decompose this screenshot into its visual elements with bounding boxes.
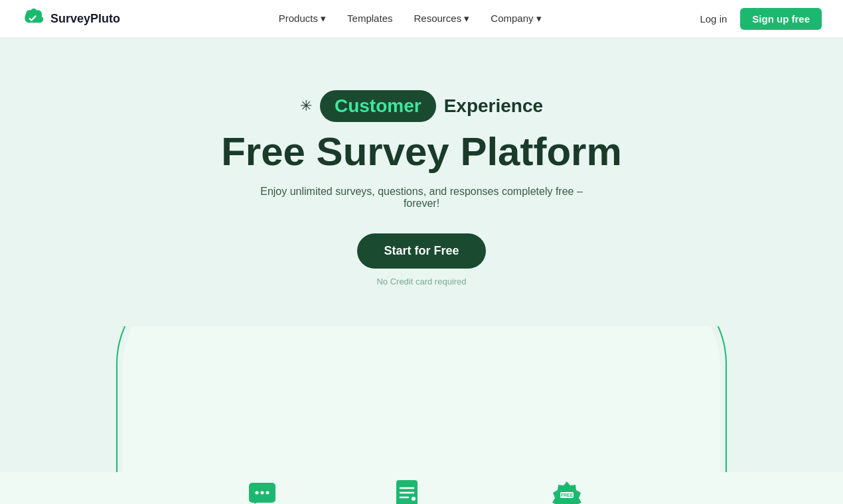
chat-icon	[246, 479, 278, 504]
sparkle-icon: ✳	[300, 99, 312, 113]
feature-duration: FREE Free and unlimited duration	[510, 479, 623, 504]
navbar: SurveyPluto Products ▾ Templates Resourc…	[0, 0, 843, 37]
svg-point-3	[266, 491, 269, 495]
start-free-button[interactable]: Start for Free	[357, 233, 485, 269]
hero-tagline: ✳ Customer Experience	[300, 90, 543, 122]
hero-title: Free Survey Platform	[221, 130, 622, 174]
svg-point-1	[255, 491, 258, 495]
nav-links: Products ▾ Templates Resources ▾ Company…	[279, 13, 542, 25]
nav-item-company[interactable]: Company ▾	[491, 13, 541, 25]
hero-note: No Credit card required	[376, 277, 466, 286]
feature-surveys: Unlimited surveys	[370, 479, 443, 504]
svg-text:FREE: FREE	[560, 493, 573, 497]
nav-right: Log in Sign up free	[700, 8, 822, 30]
features-bar: Unlimited responses Unlimited surveys FR…	[0, 472, 843, 504]
feature-responses: Unlimited responses	[220, 479, 304, 504]
hero-badge: Customer	[320, 90, 436, 122]
hero-subtitle: Enjoy unlimited surveys, questions, and …	[256, 186, 587, 210]
signup-button[interactable]: Sign up free	[740, 8, 822, 30]
survey-icon	[391, 479, 423, 504]
hero-experience-text: Experience	[444, 95, 543, 117]
login-link[interactable]: Log in	[700, 13, 727, 25]
nav-item-resources[interactable]: Resources ▾	[414, 13, 469, 25]
free-badge-icon: FREE	[551, 479, 583, 504]
logo-icon	[21, 7, 45, 31]
arc-fill	[123, 326, 720, 472]
nav-item-products[interactable]: Products ▾	[279, 13, 326, 25]
svg-point-2	[260, 491, 264, 495]
bottom-section: Unlimited responses Unlimited surveys FR…	[0, 326, 843, 504]
svg-point-8	[412, 497, 416, 501]
logo-text: SurveyPluto	[50, 12, 120, 26]
nav-item-templates[interactable]: Templates	[347, 13, 392, 25]
arc-container	[0, 326, 843, 472]
hero-section: ✳ Customer Experience Free Survey Platfo…	[0, 37, 843, 326]
logo-link[interactable]: SurveyPluto	[21, 7, 120, 31]
